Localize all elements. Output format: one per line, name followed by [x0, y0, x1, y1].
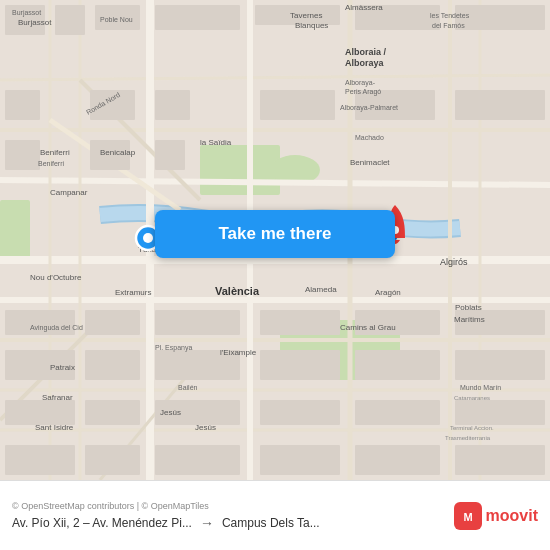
svg-text:Poblats: Poblats — [455, 303, 482, 312]
take-me-there-button[interactable]: Take me there — [155, 210, 395, 258]
svg-text:Alboraia /: Alboraia / — [345, 47, 387, 57]
svg-text:Avinguda del Cid: Avinguda del Cid — [30, 324, 83, 332]
svg-text:Pl. Espanya: Pl. Espanya — [155, 344, 192, 352]
svg-rect-42 — [155, 310, 240, 335]
svg-rect-32 — [5, 140, 40, 170]
svg-rect-53 — [85, 400, 140, 425]
footer-left: © OpenStreetMap contributors | © OpenMap… — [12, 501, 454, 531]
svg-text:l'Eixample: l'Eixample — [220, 348, 257, 357]
svg-rect-60 — [155, 445, 240, 475]
svg-text:Catamaranes: Catamaranes — [454, 395, 490, 401]
footer-destination: Campus Dels Ta... — [222, 516, 320, 530]
svg-rect-40 — [5, 310, 75, 335]
svg-text:Benicalap: Benicalap — [100, 148, 136, 157]
svg-rect-57 — [455, 400, 545, 425]
svg-rect-49 — [260, 350, 340, 380]
svg-text:Beniferri: Beniferri — [38, 160, 65, 167]
footer-attribution: © OpenStreetMap contributors | © OpenMap… — [12, 501, 454, 511]
svg-rect-50 — [355, 350, 440, 380]
svg-text:Blanques: Blanques — [295, 21, 328, 30]
svg-text:Campanar: Campanar — [50, 188, 88, 197]
svg-text:Safranar: Safranar — [42, 393, 73, 402]
svg-text:Beniferri: Beniferri — [40, 148, 70, 157]
svg-rect-52 — [5, 400, 75, 425]
map-container: Burjassot Burjassot Poble Nou Tavernes B… — [0, 0, 550, 480]
svg-text:la Saïdia: la Saïdia — [200, 138, 232, 147]
footer: © OpenStreetMap contributors | © OpenMap… — [0, 480, 550, 550]
svg-rect-1 — [200, 145, 280, 195]
svg-rect-56 — [355, 400, 440, 425]
svg-rect-61 — [260, 445, 340, 475]
svg-rect-41 — [85, 310, 140, 335]
svg-rect-27 — [155, 5, 240, 30]
svg-text:Alboraya: Alboraya — [345, 58, 385, 68]
svg-rect-55 — [260, 400, 340, 425]
svg-text:del Famós: del Famós — [432, 22, 465, 29]
svg-rect-43 — [260, 310, 340, 335]
svg-rect-2 — [0, 200, 30, 260]
svg-text:Alboraya-Palmaret: Alboraya-Palmaret — [340, 104, 398, 112]
svg-rect-31 — [5, 90, 40, 120]
footer-arrow-icon: → — [200, 515, 214, 531]
svg-text:Machado: Machado — [355, 134, 384, 141]
moovit-logo: M moovit — [454, 502, 538, 530]
svg-text:Camins al Grau: Camins al Grau — [340, 323, 396, 332]
svg-text:Jesús: Jesús — [160, 408, 181, 417]
moovit-logo-text: moovit — [486, 507, 538, 525]
svg-text:Sant Isidre: Sant Isidre — [35, 423, 74, 432]
svg-text:Burjassot: Burjassot — [18, 18, 52, 27]
svg-rect-51 — [455, 350, 545, 380]
svg-text:Nou d'Octubre: Nou d'Octubre — [30, 273, 82, 282]
svg-text:Benimaclet: Benimaclet — [350, 158, 390, 167]
svg-text:Alboraya-: Alboraya- — [345, 79, 376, 87]
svg-rect-35 — [155, 90, 190, 120]
svg-rect-47 — [85, 350, 140, 380]
svg-rect-37 — [260, 90, 335, 120]
svg-rect-36 — [155, 140, 185, 170]
svg-text:València: València — [215, 285, 260, 297]
svg-point-110 — [143, 233, 153, 243]
svg-text:M: M — [463, 511, 472, 523]
footer-route: Av. Pío Xii, 2 – Av. Menéndez Pi... → Ca… — [12, 515, 454, 531]
svg-rect-62 — [355, 445, 440, 475]
svg-text:Peris Aragó: Peris Aragó — [345, 88, 381, 96]
svg-text:Burjassot: Burjassot — [12, 9, 41, 17]
svg-text:Mundo Marín: Mundo Marín — [460, 384, 501, 391]
svg-text:Algirós: Algirós — [440, 257, 468, 267]
moovit-logo-icon: M — [454, 502, 482, 530]
svg-text:Jesús: Jesús — [195, 423, 216, 432]
svg-text:Alameda: Alameda — [305, 285, 337, 294]
svg-text:Poble Nou: Poble Nou — [100, 16, 133, 23]
svg-text:Trasmediterrania: Trasmediterrania — [445, 435, 491, 441]
svg-text:Patraix: Patraix — [50, 363, 75, 372]
footer-origin: Av. Pío Xii, 2 – Av. Menéndez Pi... — [12, 516, 192, 530]
svg-text:Tavernes: Tavernes — [290, 11, 322, 20]
svg-rect-59 — [85, 445, 140, 475]
svg-text:Marítims: Marítims — [454, 315, 485, 324]
svg-text:Almàssera: Almàssera — [345, 3, 383, 12]
svg-text:Bailén: Bailén — [178, 384, 198, 391]
svg-text:Aragón: Aragón — [375, 288, 401, 297]
svg-text:Terminal Accion.: Terminal Accion. — [450, 425, 494, 431]
svg-rect-39 — [455, 90, 545, 120]
svg-text:Extramurs: Extramurs — [115, 288, 151, 297]
svg-rect-63 — [455, 445, 545, 475]
svg-text:les Tendetes: les Tendetes — [430, 12, 470, 19]
svg-rect-58 — [5, 445, 75, 475]
svg-rect-25 — [55, 5, 85, 35]
